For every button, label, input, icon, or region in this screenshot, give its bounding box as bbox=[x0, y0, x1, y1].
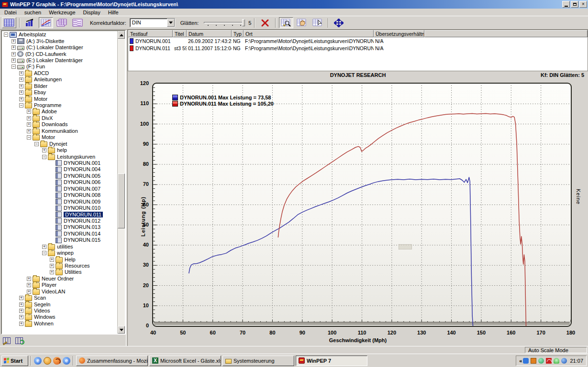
glaetten-slider[interactable] bbox=[204, 19, 245, 27]
expand-icon[interactable]: + bbox=[19, 322, 23, 326]
expand-icon[interactable]: + bbox=[19, 302, 23, 307]
tree-item[interactable]: +VideoLAN bbox=[2, 289, 117, 295]
menu-item-hilfe[interactable]: Hilfe bbox=[105, 9, 122, 16]
restore-button[interactable] bbox=[571, 1, 578, 8]
tree-item[interactable]: −Leistungskurven bbox=[2, 153, 117, 160]
tree-item[interactable]: +utilities bbox=[2, 243, 117, 249]
tree-item[interactable]: −(F:) Fun bbox=[2, 64, 117, 70]
task-button-winpep[interactable]: WinPEP 7 bbox=[296, 356, 367, 366]
scroll-track[interactable] bbox=[118, 39, 125, 326]
select-cursor-button[interactable] bbox=[311, 17, 325, 28]
expand-icon[interactable]: + bbox=[27, 290, 31, 294]
task-button-folder[interactable]: Systemsteuerung bbox=[222, 356, 294, 366]
close-button[interactable]: × bbox=[579, 1, 587, 8]
expand-icon[interactable]: + bbox=[19, 84, 23, 88]
expand-icon[interactable]: + bbox=[27, 122, 31, 127]
tree-item[interactable]: −Arbeitsplatz bbox=[2, 32, 117, 38]
expand-icon[interactable]: + bbox=[19, 296, 23, 300]
column-header-typ[interactable]: Typ bbox=[232, 30, 244, 37]
tree-item[interactable]: DYNORUN.010 bbox=[2, 205, 117, 211]
column-header-bersetzungsverhltnis[interactable]: Übersetzungsverhältnis bbox=[374, 30, 424, 37]
bar-graph-button[interactable] bbox=[23, 17, 37, 28]
graph-refresh-icon[interactable] bbox=[15, 336, 24, 344]
expand-icon[interactable]: + bbox=[50, 270, 54, 274]
avira-antivirus-icon[interactable] bbox=[546, 358, 552, 364]
expand-icon[interactable]: + bbox=[11, 58, 16, 63]
collapse-icon[interactable]: − bbox=[11, 65, 16, 69]
expand-icon[interactable]: + bbox=[11, 45, 16, 50]
tree-item[interactable]: −Programme bbox=[2, 102, 117, 108]
slider-thumb[interactable] bbox=[242, 19, 245, 26]
tree-item[interactable]: +Segeln bbox=[2, 301, 117, 307]
usb-device-icon[interactable] bbox=[523, 358, 529, 364]
tree-item[interactable]: +Anleitungen bbox=[2, 76, 117, 83]
column-header-testlauf[interactable]: Testlauf bbox=[128, 30, 173, 37]
tree-item[interactable]: DYNORUN.014 bbox=[2, 231, 117, 237]
firefox-icon[interactable] bbox=[53, 357, 61, 365]
media-player-icon[interactable] bbox=[538, 358, 544, 364]
tree-item[interactable]: +(D:) CD-Laufwerk bbox=[2, 51, 117, 57]
menu-item-datei[interactable]: Datei bbox=[1, 9, 20, 16]
move-graph-button[interactable] bbox=[332, 17, 346, 28]
internet-explorer-icon[interactable] bbox=[63, 357, 70, 365]
chevron-down-icon[interactable] bbox=[167, 19, 175, 27]
tree-item[interactable]: +Motor bbox=[2, 96, 117, 102]
tree-item[interactable]: DYNORUN.011 bbox=[2, 211, 117, 217]
plot-area[interactable]: DYNORUN.001 Max Leistung = 73,58DYNORUN.… bbox=[152, 83, 572, 327]
tree-item[interactable]: +Player bbox=[2, 282, 117, 288]
scroll-down-icon[interactable] bbox=[118, 326, 125, 334]
expand-icon[interactable]: + bbox=[19, 97, 23, 101]
table-row[interactable]: DYNORUN.011st3 5901.11.2007 15:12:04NGF:… bbox=[128, 44, 588, 52]
waterfall-graphs-button[interactable] bbox=[70, 17, 85, 28]
tree-item[interactable]: +Windows bbox=[2, 314, 117, 320]
tree-item[interactable]: −Dynojet bbox=[2, 140, 117, 147]
expand-icon[interactable]: + bbox=[42, 245, 46, 249]
expand-icon[interactable]: + bbox=[11, 39, 16, 43]
tree-item[interactable]: +(A:) 3½-Diskette bbox=[2, 38, 117, 44]
tree-item[interactable]: DYNORUN.009 bbox=[2, 198, 117, 205]
tree-item[interactable]: −Motor bbox=[2, 134, 117, 140]
tree-item[interactable]: DYNORUN.015 bbox=[2, 237, 117, 243]
tree-item[interactable]: DYNORUN.004 bbox=[2, 166, 117, 173]
messenger-icon[interactable] bbox=[561, 358, 567, 364]
tree-item[interactable]: +Wohnen bbox=[2, 321, 117, 327]
column-header-titel[interactable]: Titel bbox=[173, 30, 187, 37]
tree-item[interactable]: DYNORUN.006 bbox=[2, 179, 117, 185]
collapse-icon[interactable]: − bbox=[34, 142, 39, 146]
menu-item-werkzeuge[interactable]: Werkzeuge bbox=[45, 9, 78, 16]
start-button[interactable]: Start bbox=[1, 356, 28, 366]
expand-icon[interactable]: + bbox=[19, 71, 23, 76]
collapse-icon[interactable]: − bbox=[42, 251, 46, 255]
task-button-firefox[interactable]: Zusammenfassung - Mozi... bbox=[76, 356, 148, 366]
column-header-ort[interactable]: Ort bbox=[244, 30, 374, 37]
tree-item[interactable]: +Bilder bbox=[2, 83, 117, 89]
expand-icon[interactable]: + bbox=[19, 309, 23, 313]
menu-item-suchen[interactable]: suchen bbox=[21, 9, 44, 16]
task-button-excel[interactable]: Microsoft Excel - Gäste.xls bbox=[149, 356, 221, 366]
line-graph-button[interactable] bbox=[39, 17, 53, 28]
tree-item[interactable]: −winpep bbox=[2, 250, 117, 256]
tree-item[interactable]: +Adobe bbox=[2, 108, 117, 115]
tree-item[interactable]: DYNORUN.007 bbox=[2, 186, 117, 192]
tree-item[interactable]: +Scan bbox=[2, 295, 117, 301]
expand-icon[interactable]: + bbox=[11, 52, 16, 56]
expand-icon[interactable]: + bbox=[19, 90, 23, 95]
tree-item[interactable]: +help bbox=[2, 147, 117, 153]
data-table-button[interactable] bbox=[2, 17, 16, 28]
tree-item[interactable]: +ADCD bbox=[2, 70, 117, 76]
tree-item[interactable]: +(E:) Lokaler Datenträger bbox=[2, 57, 117, 64]
tray-overflow-chevron[interactable]: « bbox=[519, 358, 521, 364]
icq-icon[interactable] bbox=[554, 358, 559, 364]
tree-item[interactable]: +Downloads bbox=[2, 121, 117, 128]
collapse-icon[interactable]: − bbox=[42, 155, 46, 159]
korrekturfaktor-select[interactable]: DIN bbox=[130, 18, 175, 27]
collapse-icon[interactable]: − bbox=[4, 32, 8, 37]
tree-item[interactable]: +Kommunikation bbox=[2, 128, 117, 134]
tree-item[interactable]: +(C:) Lokaler Datenträger bbox=[2, 44, 117, 51]
tree-item[interactable]: DYNORUN.005 bbox=[2, 173, 117, 179]
tree-item[interactable]: DYNORUN.008 bbox=[2, 192, 117, 198]
expand-icon[interactable]: + bbox=[27, 109, 31, 114]
overlay-graphs-button[interactable] bbox=[55, 17, 69, 28]
expand-icon[interactable]: + bbox=[27, 116, 31, 120]
expand-icon[interactable]: + bbox=[42, 148, 46, 152]
